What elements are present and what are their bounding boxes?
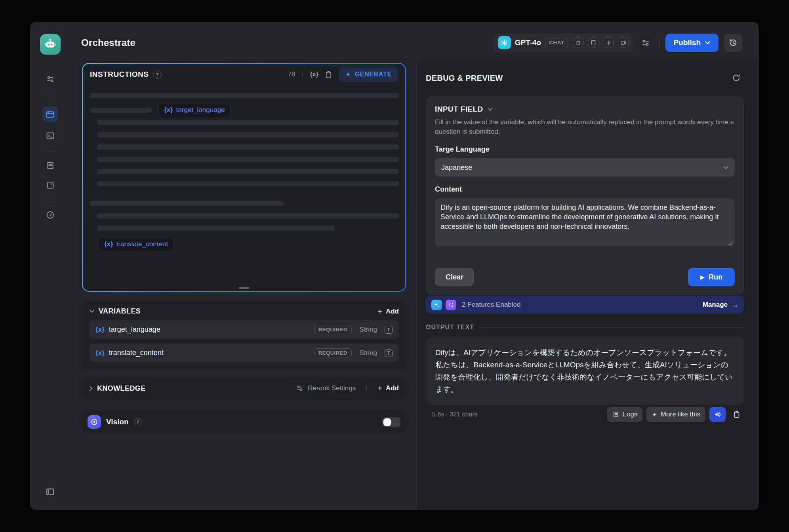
input-field-description: Fill in the value of the variable, which… <box>435 118 735 137</box>
copy-prompt-button[interactable] <box>323 68 335 80</box>
rerank-label: Rerank Settings <box>308 384 356 392</box>
divider <box>302 71 303 78</box>
target-language-select[interactable]: Japanese <box>435 158 735 177</box>
speaker-button[interactable] <box>709 407 726 422</box>
input-field-header[interactable]: INPUT FIELD <box>435 105 735 114</box>
sparkle-icon: ✦ <box>652 411 657 418</box>
app-logo[interactable] <box>40 34 61 55</box>
model-parameters-button[interactable] <box>637 34 654 51</box>
svg-text:T: T <box>448 302 451 306</box>
toggle-knob <box>383 418 391 426</box>
variable-row[interactable]: {x} translate_content REQUIRED String T <box>89 344 399 362</box>
sidebar-item-logs[interactable] <box>42 158 58 173</box>
variable-chip-label: target_language <box>176 106 225 114</box>
variables-header[interactable]: VARIABLES + Add <box>89 307 399 315</box>
char-count: 78 <box>288 70 295 78</box>
string-type-icon[interactable]: T <box>385 326 393 334</box>
variable-chip-translate-content[interactable]: {x} translate_content <box>99 237 173 251</box>
plus-icon: + <box>377 308 382 315</box>
help-icon[interactable]: ? <box>153 70 162 79</box>
text-to-speech-feature-icon: T <box>446 300 456 310</box>
openai-logo-icon <box>498 36 511 49</box>
content-textarea[interactable]: Dify is an open-source platform for buil… <box>435 198 735 247</box>
restart-button[interactable] <box>730 71 743 85</box>
run-label: Run <box>709 273 722 281</box>
clear-button[interactable]: Clear <box>435 268 474 286</box>
features-bar[interactable]: T 2 Features Enabled Manage → <box>426 296 744 314</box>
variable-row[interactable]: {x} target_language REQUIRED String T <box>89 320 399 339</box>
variable-type: String <box>360 349 377 357</box>
publish-button[interactable]: Publish <box>665 34 718 52</box>
insert-variable-button[interactable]: {x} <box>310 71 318 78</box>
vision-toggle[interactable] <box>382 417 400 427</box>
variable-type: String <box>360 326 377 334</box>
resize-corner-icon[interactable] <box>728 241 732 245</box>
generate-button[interactable]: ✦ GENERATE <box>339 67 398 82</box>
gauge-icon <box>46 210 55 220</box>
edit-note-icon <box>46 180 55 190</box>
sidebar-item-settings[interactable] <box>42 71 58 87</box>
vision-capability-icon <box>573 37 583 48</box>
sidebar-collapse-button[interactable] <box>42 484 58 500</box>
rerank-settings-button[interactable]: Rerank Settings <box>296 384 356 392</box>
chevron-down-icon <box>488 108 493 111</box>
app-window-icon <box>45 110 55 120</box>
variable-symbol: {x} <box>164 106 173 114</box>
add-variable-button[interactable]: + Add <box>377 308 399 315</box>
copy-output-button[interactable] <box>730 407 744 422</box>
add-label: Add <box>386 384 399 392</box>
page-title: Orchestrate <box>81 37 135 48</box>
audio-capability-icon <box>603 37 614 48</box>
sidebar-item-annotations[interactable] <box>42 177 58 193</box>
instructions-header: INSTRUCTIONS ? 78 {x} <box>83 64 405 85</box>
topbar: Orchestrate <box>71 22 759 63</box>
manage-features-link[interactable]: Manage → <box>703 301 738 309</box>
features-count-text: 2 Features Enabled <box>462 301 520 309</box>
chevron-down-icon <box>723 166 728 169</box>
manage-label: Manage <box>703 301 728 309</box>
logs-label: Logs <box>623 410 638 418</box>
divider <box>366 385 367 392</box>
plus-icon: + <box>377 384 382 392</box>
input-field-card: INPUT FIELD Fill in the value of the var… <box>426 97 744 294</box>
skeleton-line <box>97 157 399 162</box>
sidebar-item-orchestrate[interactable] <box>42 106 58 122</box>
document-lines-icon <box>46 161 55 170</box>
output-stats: 5.6s · 321 chars <box>432 411 478 418</box>
speaker-icon <box>714 410 722 418</box>
logs-button[interactable]: Logs <box>607 407 643 422</box>
generate-feature-icon <box>431 300 442 310</box>
run-row: Clear ▶ Run <box>435 268 735 286</box>
instructions-panel: INSTRUCTIONS ? 78 {x} <box>82 63 406 292</box>
string-type-icon[interactable]: T <box>385 349 393 357</box>
more-like-this-label: More like this <box>661 410 700 418</box>
sidebar-item-monitoring[interactable] <box>42 207 58 223</box>
divider <box>480 327 744 328</box>
help-icon[interactable]: ? <box>134 418 142 426</box>
sidebar-divider <box>45 201 55 201</box>
variables-title: VARIABLES <box>99 307 141 315</box>
clipboard-icon <box>733 410 741 418</box>
debug-title: DEBUG & PREVIEW <box>426 74 503 83</box>
variable-chip-target-language[interactable]: {x} target_language <box>158 103 231 117</box>
play-icon: ▶ <box>700 274 705 280</box>
sidebar-item-terminal[interactable] <box>42 128 58 144</box>
run-button[interactable]: ▶ Run <box>688 268 735 286</box>
model-name: GPT-4o <box>515 38 541 47</box>
version-history-button[interactable] <box>724 34 742 52</box>
more-like-this-button[interactable]: ✦ More like this <box>646 407 705 422</box>
collapse-panel-icon <box>45 487 55 497</box>
main-area: Orchestrate <box>71 22 759 510</box>
document-capability-icon <box>588 37 598 48</box>
model-selector[interactable]: GPT-4o CHAT <box>493 34 634 52</box>
content-value: Dify is an open-source platform for buil… <box>440 203 718 230</box>
input-field-title: INPUT FIELD <box>435 105 483 114</box>
resize-handle[interactable] <box>239 287 250 289</box>
screen: Orchestrate <box>0 0 789 532</box>
add-knowledge-button[interactable]: + Add <box>377 384 399 392</box>
vision-label: Vision <box>106 418 129 426</box>
knowledge-panel[interactable]: KNOWLEDGE Rerank Settings + Add <box>82 377 406 400</box>
variable-name: translate_content <box>109 349 164 357</box>
prompt-editor[interactable]: {x} target_language <box>83 85 405 291</box>
output-text: Difyは、AIアプリケーションを構築するためのオープンソースプラットフォームで… <box>435 346 734 395</box>
